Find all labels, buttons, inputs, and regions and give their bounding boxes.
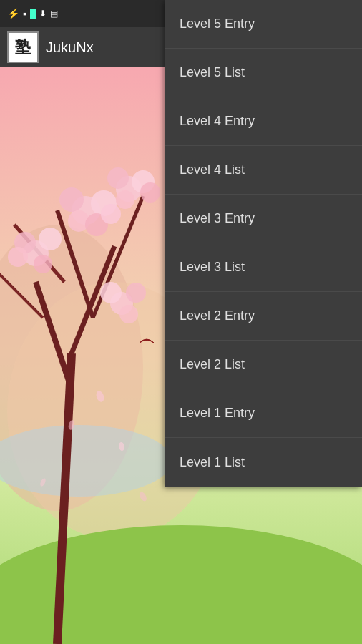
svg-point-26 [116,190,134,209]
svg-point-15 [8,247,28,267]
menu-item-label: Level 2 List [180,357,245,372]
svg-point-18 [59,187,84,212]
usb-icon: ⚡ [7,8,19,19]
svg-point-22 [101,204,121,224]
svg-point-30 [100,282,122,303]
svg-point-14 [39,228,62,250]
battery-full-icon: █ [30,9,36,19]
svg-point-29 [126,283,146,303]
menu-item-label: Level 3 List [180,260,245,275]
menu-item-label: Level 5 List [180,65,245,80]
app-logo-text: 塾 [15,36,31,58]
menu-item-level3-entry[interactable]: Level 3 Entry [165,195,362,243]
menu-item-level3-list[interactable]: Level 3 List [165,243,362,292]
menu-item-label: Level 1 Entry [180,406,255,421]
menu-item-level4-entry[interactable]: Level 4 Entry [165,97,362,146]
menu-item-level1-list[interactable]: Level 1 List [165,438,362,487]
menu-item-level5-entry[interactable]: Level 5 Entry [165,0,362,49]
menu-item-label: Level 1 List [180,455,245,470]
dropdown-menu: Level 5 Entry Level 5 List Level 4 Entry… [165,0,362,487]
svg-point-16 [34,255,52,273]
svg-point-27 [140,182,160,203]
app-logo: 塾 [7,31,39,63]
menu-item-label: Level 5 Entry [180,16,255,31]
menu-item-level5-list[interactable]: Level 5 List [165,49,362,97]
status-bar-left: ⚡ ▪ █ ⬇ ▤ [7,8,58,19]
menu-item-level4-list[interactable]: Level 4 List [165,146,362,195]
menu-item-level2-list[interactable]: Level 2 List [165,341,362,389]
svg-point-31 [119,305,138,323]
menu-item-label: Level 2 Entry [180,308,255,323]
menu-item-label: Level 4 List [180,162,245,177]
svg-point-24 [107,167,129,189]
battery-icon: ▪ [23,8,26,19]
menu-item-level1-entry[interactable]: Level 1 Entry [165,389,362,438]
sd-icon: ▤ [50,9,58,19]
menu-item-level2-entry[interactable]: Level 2 Entry [165,292,362,341]
menu-item-label: Level 3 Entry [180,211,255,226]
menu-item-label: Level 4 Entry [180,114,255,129]
download-icon: ⬇ [39,9,47,19]
